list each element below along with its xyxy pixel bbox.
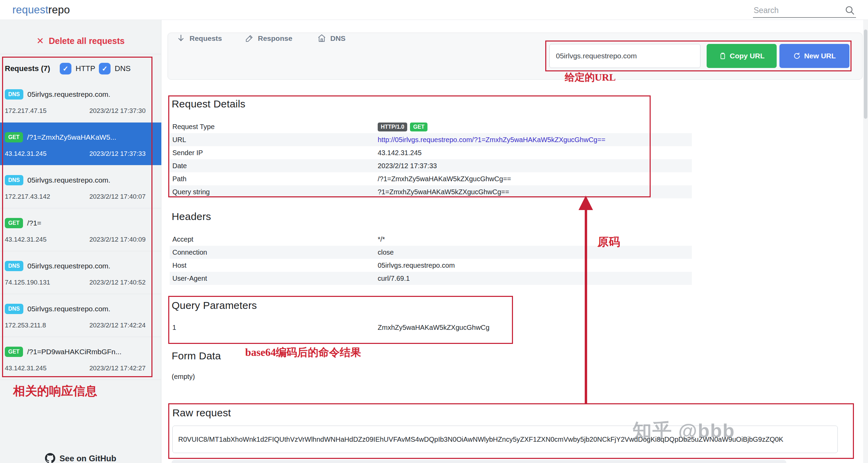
down-arrow-icon bbox=[176, 34, 185, 43]
watermark-text: 知乎 @bbb bbox=[632, 418, 735, 444]
github-link[interactable]: See on GitHub bbox=[0, 453, 161, 463]
request-type-badge: GET bbox=[5, 132, 23, 142]
table-row: User-Agentcurl/7.69.1 bbox=[170, 272, 692, 285]
copy-url-label: Copy URL bbox=[730, 52, 765, 60]
row-value: 43.142.31.245 bbox=[378, 146, 690, 159]
request-item-meta: 172.217.43.1422023/2/12 17:40:07 bbox=[5, 193, 146, 200]
request-item-line1: DNS05irlvgs.requestrepo.com. bbox=[5, 89, 148, 100]
request-item-line1: GET/?1=ZmxhZy5waHAKaW5... bbox=[5, 132, 148, 142]
query-parameters-table: 1ZmxhZy5waHAKaW5kZXgucGhwCg bbox=[170, 321, 692, 334]
close-icon: ✕ bbox=[36, 36, 44, 46]
method-badge: GET bbox=[410, 123, 427, 131]
table-row: URLhttp://05irlvgs.requestrepo.com/?1=Zm… bbox=[170, 133, 692, 146]
request-item-meta: 43.142.31.2452023/2/12 17:37:33 bbox=[5, 150, 146, 158]
row-value: */* bbox=[378, 233, 690, 246]
logo-secondary: repo bbox=[48, 4, 70, 16]
table-row: Path/?1=ZmxhZy5waHAKaW5kZXgucGhwCg== bbox=[170, 172, 692, 185]
clipboard-icon bbox=[719, 52, 726, 60]
main-panel: Requests Response DNS Copy URL New URL 给… bbox=[161, 20, 868, 463]
row-label: Date bbox=[172, 159, 187, 172]
request-list-item[interactable]: DNS05irlvgs.requestrepo.com.172.253.211.… bbox=[0, 294, 161, 337]
http-version-badge: HTTP/1.0 bbox=[378, 123, 407, 131]
request-url-link[interactable]: http://05irlvgs.requestrepo.com/?1=ZmxhZ… bbox=[378, 136, 605, 143]
row-value: ?1=ZmxhZy5waHAKaW5kZXgucGhwCg== bbox=[378, 185, 690, 198]
tab-response[interactable]: Response bbox=[245, 31, 292, 46]
scrollbar-thumb[interactable] bbox=[864, 30, 867, 119]
request-item-ip: 43.142.31.245 bbox=[5, 236, 47, 243]
request-item-ip: 172.253.211.8 bbox=[5, 322, 46, 329]
request-item-ip: 172.217.43.142 bbox=[5, 193, 50, 200]
dns-filter-label: DNS bbox=[115, 64, 130, 73]
request-item-line1: GET/?1=PD9waHAKCiRmbGFn... bbox=[5, 347, 148, 357]
request-type-badge: GET bbox=[5, 218, 23, 228]
table-row: Query string?1=ZmxhZy5waHAKaW5kZXgucGhwC… bbox=[170, 185, 692, 198]
row-label: Query string bbox=[172, 185, 210, 198]
request-item-ip: 43.142.31.245 bbox=[5, 150, 47, 158]
annotation-related-response: 相关的响应信息 bbox=[13, 383, 97, 399]
row-value: 2023/2/12 17:37:33 bbox=[378, 159, 690, 172]
request-list-item[interactable]: GET/?1=43.142.31.2452023/2/12 17:40:09 bbox=[0, 208, 161, 251]
row-label: User-Agent bbox=[172, 272, 207, 285]
request-item-line1: GET/?1= bbox=[5, 218, 148, 228]
row-label: Sender IP bbox=[172, 146, 203, 159]
sidebar-divider bbox=[0, 54, 161, 54]
request-details-table: Request TypeHTTP/1.0GETURLhttp://05irlvg… bbox=[170, 120, 692, 198]
request-item-meta: 172.217.47.152023/2/12 17:37:30 bbox=[5, 107, 146, 115]
tab-requests-label: Requests bbox=[190, 34, 222, 42]
dns-filter-checkbox[interactable]: ✓ bbox=[99, 63, 111, 74]
subdomain-url-input[interactable] bbox=[549, 44, 700, 68]
request-filters-row: Requests (7) ✓ HTTP ✓ DNS bbox=[5, 61, 152, 78]
request-list-item[interactable]: GET/?1=ZmxhZy5waHAKaW5...43.142.31.24520… bbox=[0, 123, 161, 165]
search-input[interactable] bbox=[754, 4, 840, 16]
request-item-label: /?1=PD9waHAKCiRmbGFn... bbox=[27, 348, 122, 356]
request-list-item[interactable]: GET/?1=PD9waHAKCiRmbGFn...43.142.31.2452… bbox=[0, 337, 161, 380]
query-parameters-title: Query Parameters bbox=[172, 300, 257, 311]
search-box bbox=[753, 3, 856, 18]
delete-all-label: Delete all requests bbox=[49, 36, 125, 46]
table-row: Request TypeHTTP/1.0GET bbox=[170, 120, 692, 133]
request-item-label: 05irlvgs.requestrepo.com. bbox=[27, 176, 111, 184]
request-item-ip: 74.125.190.131 bbox=[5, 279, 50, 286]
copy-url-button[interactable]: Copy URL bbox=[707, 44, 777, 68]
request-item-meta: 43.142.31.2452023/2/12 17:40:09 bbox=[5, 236, 146, 243]
request-type-badge: DNS bbox=[5, 304, 23, 314]
request-item-label: 05irlvgs.requestrepo.com. bbox=[27, 305, 111, 313]
annotation-arrow-head bbox=[579, 196, 593, 210]
http-filter-label: HTTP bbox=[76, 64, 95, 73]
request-item-line1: DNS05irlvgs.requestrepo.com. bbox=[5, 304, 148, 314]
row-value: ZmxhZy5waHAKaW5kZXgucGhwCg bbox=[378, 321, 690, 334]
row-value: 05irlvgs.requestrepo.com bbox=[378, 259, 690, 272]
scrollbar-track bbox=[863, 20, 868, 463]
row-label: 1 bbox=[172, 321, 176, 334]
new-url-button[interactable]: New URL bbox=[779, 44, 849, 68]
tab-dns[interactable]: DNS bbox=[317, 31, 345, 46]
request-item-label: /?1=ZmxhZy5waHAKaW5... bbox=[27, 133, 116, 141]
request-item-label: /?1= bbox=[27, 219, 41, 227]
http-filter-checkbox[interactable]: ✓ bbox=[60, 63, 71, 74]
home-icon bbox=[317, 34, 326, 43]
tab-response-label: Response bbox=[258, 34, 292, 42]
search-icon[interactable] bbox=[844, 5, 855, 16]
row-label: Path bbox=[172, 172, 186, 185]
app-logo: requestrepo bbox=[12, 0, 70, 20]
raw-request-textarea[interactable]: R0VUIC8/MT1abXhoWnk1d2FIQUthVzVrWlhndWNH… bbox=[172, 426, 838, 453]
request-list-item[interactable]: DNS05irlvgs.requestrepo.com.74.125.190.1… bbox=[0, 251, 161, 294]
logo-primary: request bbox=[12, 4, 48, 16]
request-list-item[interactable]: DNS05irlvgs.requestrepo.com.172.217.43.1… bbox=[0, 165, 161, 208]
tab-requests[interactable]: Requests bbox=[176, 31, 222, 46]
pencil-icon bbox=[245, 34, 254, 43]
table-row: Host05irlvgs.requestrepo.com bbox=[170, 259, 692, 272]
request-type-badge: DNS bbox=[5, 175, 23, 185]
top-header-bar: requestrepo bbox=[0, 0, 868, 20]
request-details-title: Request Details bbox=[172, 98, 245, 110]
sidebar: ✕Delete all requests Requests (7) ✓ HTTP… bbox=[0, 20, 161, 463]
annotation-arrow-line bbox=[585, 209, 587, 403]
new-url-label: New URL bbox=[804, 52, 836, 60]
request-item-time: 2023/2/12 17:40:07 bbox=[89, 193, 146, 200]
delete-all-requests-button[interactable]: ✕Delete all requests bbox=[0, 33, 161, 49]
row-value: curl/7.69.1 bbox=[378, 272, 690, 285]
request-list-item[interactable]: DNS05irlvgs.requestrepo.com.172.217.47.1… bbox=[0, 80, 161, 123]
request-type-badge: DNS bbox=[5, 89, 23, 100]
request-item-ip: 43.142.31.245 bbox=[5, 364, 47, 372]
request-item-line1: DNS05irlvgs.requestrepo.com. bbox=[5, 175, 148, 185]
